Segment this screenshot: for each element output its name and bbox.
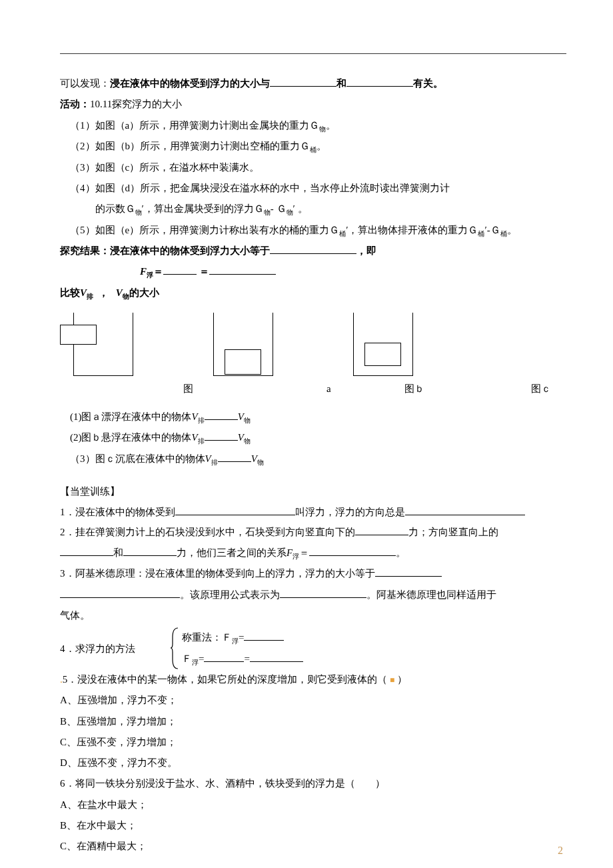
q6-B: B、在水中最大； — [60, 816, 566, 835]
q4: 4．求浮力的方法 称重法：Ｆ浮= Ｆ浮== — [60, 627, 566, 670]
activity-title: 活动：10.11探究浮力的大小 — [60, 95, 566, 114]
page-number: 2 — [558, 840, 563, 861]
text: = — [244, 653, 249, 664]
text: 6．将同一铁块分别浸没于盐水、水、酒精中，铁块受到的浮力是（ ） — [60, 778, 385, 789]
q4-label: 4．求浮力的方法 — [60, 627, 170, 670]
blank — [270, 253, 356, 254]
text: C、在酒精中最大； — [60, 841, 147, 851]
sub: 物 — [244, 437, 251, 445]
step-2: （2）如图（b）所示，用弹簧测力计测出空桶的重力Ｇ桶。 — [60, 137, 566, 157]
step-4a: （4）如图（d）所示，把金属块浸没在溢水杯的水中，当水停止外流时读出弹簧测力计 — [60, 179, 566, 198]
text: ′-Ｇ — [484, 225, 500, 235]
text: （5）如图（e）所示，用弹簧测力计称出装有水的桶的重力Ｇ — [70, 225, 339, 235]
text: ＝ — [199, 266, 209, 277]
sub: 排 — [211, 459, 218, 466]
item-2: (2)图ｂ悬浮在液体中的物体V排V物 — [60, 428, 566, 448]
blank — [309, 555, 396, 556]
blank — [250, 661, 303, 662]
blank — [218, 461, 251, 462]
sub: 桶 — [500, 230, 507, 237]
text: 可以发现： — [60, 78, 110, 89]
text: （3）图ｃ沉底在液体中的物体 — [70, 453, 205, 464]
step-1: （1）如图（a）所示，用弹簧测力计测出金属块的重力Ｇ物。 — [60, 116, 566, 136]
q3-line1: 3．阿基米德原理：浸在液体里的物体受到向上的浮力，浮力的大小等于 — [60, 564, 566, 583]
q1: 1．浸在液体中的物体受到叫浮力，浮力的方向总是 — [60, 503, 566, 522]
training-header: 【当堂训练】 — [60, 482, 566, 501]
sub: 物 — [264, 209, 271, 216]
step-3: （3）如图（c）所示，在溢水杯中装满水。 — [60, 158, 566, 177]
caption-row: 图a图ｂ图ｃ — [60, 379, 566, 399]
text: 。 — [326, 120, 336, 131]
text: （4）如图（d）所示，把金属块浸没在溢水杯的水中，当水停止外流时读出弹簧测力计 — [70, 183, 450, 193]
q6: 6．将同一铁块分别浸没于盐水、水、酒精中，铁块受到的浮力是（ ） — [60, 774, 566, 793]
sub: 排 — [87, 293, 93, 300]
text: 【当堂训练】 — [60, 486, 120, 497]
blank — [60, 597, 180, 598]
blank — [205, 440, 238, 441]
text: 叫浮力，浮力的方向总是 — [295, 507, 405, 517]
sub: 浮 — [232, 637, 239, 645]
var: V — [192, 432, 198, 443]
blank — [175, 515, 295, 515]
text: ′，算出金属块受到的浮力Ｇ — [142, 203, 264, 214]
sub: 物 — [135, 209, 142, 216]
text: ， — [99, 287, 109, 298]
caption: 图ｃ — [531, 379, 551, 399]
sub: 排 — [198, 417, 205, 424]
text: A、在盐水中最大； — [60, 799, 147, 810]
diagram-a — [67, 313, 140, 376]
q5: .5．浸没在液体中的某一物体，如果它所处的深度增加，则它受到液体的（ ■ ） — [60, 670, 566, 689]
item-3: （3）图ｃ沉底在液体中的物体V排V物 — [60, 449, 566, 469]
text: ＝ — [299, 547, 309, 558]
blank — [60, 555, 113, 556]
text: 活动： — [60, 99, 90, 109]
diagram-b — [207, 313, 280, 376]
text: ＝ — [153, 266, 163, 277]
sub: 桶 — [478, 230, 484, 237]
q5-B: B、压强增加，浮力增加； — [60, 712, 566, 731]
text: 力，他们三者之间的关系 — [177, 547, 287, 558]
sub: 排 — [198, 437, 205, 445]
diagram-suspend-box — [225, 349, 261, 375]
text: 。 — [507, 225, 517, 235]
blank — [204, 661, 244, 662]
var: V — [80, 287, 87, 298]
blank — [375, 576, 442, 577]
step-5: （5）如图（e）所示，用弹簧测力计称出装有水的桶的重力Ｇ桶′，算出物体排开液体的… — [60, 221, 566, 241]
result-formula: F浮＝ ＝ — [60, 262, 566, 282]
text: 和 — [336, 78, 346, 89]
blank — [280, 597, 366, 598]
text: 。 — [316, 141, 326, 151]
text: (1)图ａ漂浮在液体中的物体 — [70, 411, 192, 422]
text: - Ｇ — [271, 203, 287, 214]
text: ′ 。 — [293, 203, 308, 214]
sub: 物 — [257, 459, 264, 466]
item-1: (1)图ａ漂浮在液体中的物体V排V物 — [60, 407, 566, 427]
text: 气体。 — [60, 610, 90, 621]
blank — [244, 640, 284, 641]
sub: 物 — [287, 209, 293, 216]
caption: a — [326, 379, 331, 399]
text: B、压强增加，浮力增加； — [60, 716, 177, 727]
text: ′，算出物体排开液体的重力Ｇ — [346, 225, 478, 235]
q4-options: 称重法：Ｆ浮= Ｆ浮== — [179, 627, 303, 670]
q2-line1: 2．挂在弹簧测力计上的石块浸没到水中，石块受到方向竖直向下的力；方向竖直向上的 — [60, 523, 566, 542]
blank — [163, 274, 197, 275]
sub: 浮 — [192, 659, 199, 666]
var: V — [251, 453, 257, 464]
text: D、压强不变，浮力不变。 — [60, 757, 177, 768]
diagram-c — [346, 313, 420, 376]
q6-C: C、在酒精中最大； — [60, 837, 566, 856]
sub: 桶 — [339, 230, 346, 237]
text: 的大小 — [129, 287, 159, 298]
text-bold: 浸在液体中的物体受到浮力的大小与 — [110, 78, 270, 89]
text: 和 — [113, 547, 123, 558]
caption: 图 — [183, 379, 193, 399]
diagram-suspend-box — [364, 343, 401, 366]
text: 力；方向竖直向上的 — [408, 527, 498, 537]
q6-A: A、在盐水中最大； — [60, 795, 566, 815]
text: ） — [397, 674, 407, 685]
sub: 物 — [244, 417, 251, 424]
sub: 物 — [123, 293, 129, 300]
text: 。该原理用公式表示为 — [180, 589, 280, 600]
